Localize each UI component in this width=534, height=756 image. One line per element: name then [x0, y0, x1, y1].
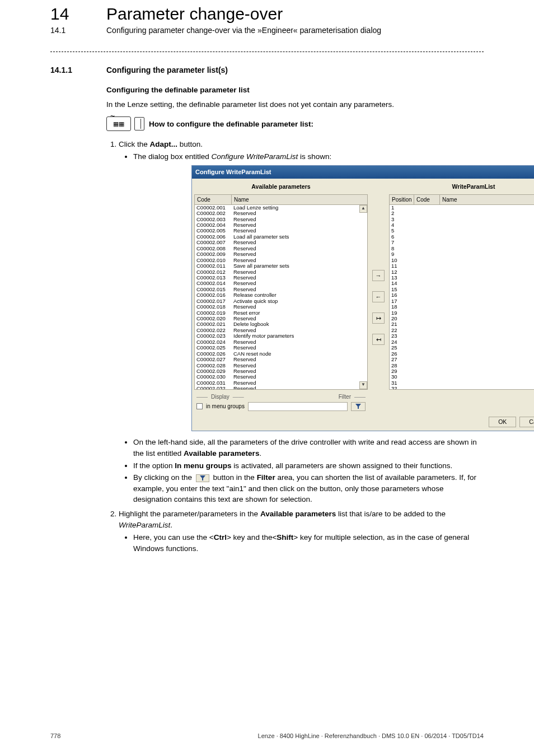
- table-row[interactable]: C00002.011Save all parameter sets: [195, 263, 367, 269]
- table-row[interactable]: C00002.018Reserved: [195, 304, 367, 310]
- table-row[interactable]: 12: [390, 269, 534, 275]
- subsection-number: 14.1: [50, 26, 106, 35]
- table-row[interactable]: 21: [390, 321, 534, 327]
- table-row[interactable]: 24: [390, 339, 534, 345]
- table-row[interactable]: 27: [390, 357, 534, 362]
- add-all-button[interactable]: ↦: [372, 312, 385, 324]
- table-row[interactable]: C00002.032Reserved: [195, 386, 367, 389]
- right-grid-header: Position Code Name: [389, 194, 534, 205]
- table-row[interactable]: 10: [390, 258, 534, 263]
- table-row[interactable]: 29: [390, 368, 534, 374]
- s2b1-prefix: Here, you can use the <: [133, 533, 214, 542]
- table-row[interactable]: 13: [390, 275, 534, 281]
- table-row[interactable]: 16: [390, 292, 534, 298]
- table-row[interactable]: 30: [390, 374, 534, 380]
- writeparamlist-header: WriteParamList: [389, 181, 534, 194]
- filter-icon: [196, 474, 209, 482]
- col-name-r[interactable]: Name: [440, 195, 534, 204]
- adapt-button-label: Adapt...: [150, 140, 178, 148]
- s1b1-suffix: is shown:: [298, 152, 331, 161]
- s2b1-mid: > key and the<: [227, 533, 277, 542]
- table-row[interactable]: 31: [390, 380, 534, 386]
- table-row[interactable]: C00002.027Reserved: [195, 357, 367, 362]
- filter-input[interactable]: [248, 402, 348, 411]
- table-row[interactable]: 22: [390, 328, 534, 333]
- table-row[interactable]: 17: [390, 298, 534, 304]
- table-row[interactable]: 6: [390, 234, 534, 240]
- s2-bold: Available parameters: [260, 510, 336, 518]
- cancel-button[interactable]: Cancel: [519, 417, 534, 428]
- col-code[interactable]: Code: [195, 195, 232, 204]
- s2-italic: WriteParamList: [119, 521, 170, 529]
- s1b3-suffix: is activated, all parameters are shown a…: [232, 461, 453, 470]
- table-row[interactable]: 15: [390, 287, 534, 292]
- manual-icon: [134, 117, 144, 130]
- filter-label: Filter: [339, 393, 351, 401]
- add-button[interactable]: →: [372, 270, 385, 281]
- step1-prefix: Click the: [119, 140, 150, 148]
- s2b1-k2: Shift: [277, 533, 293, 542]
- table-row[interactable]: 8: [390, 246, 534, 251]
- table-row[interactable]: 23: [390, 333, 534, 339]
- available-parameters-header: Available parameters: [194, 181, 368, 194]
- in-menu-groups-checkbox[interactable]: [196, 403, 203, 409]
- table-row[interactable]: 14: [390, 281, 534, 286]
- dialog-titlebar: Configure WriteParamList ✕: [192, 166, 534, 179]
- table-row[interactable]: C00002.002Reserved: [195, 211, 367, 216]
- section-title: Configuring the parameter list(s): [106, 66, 228, 74]
- s1b4-prefix: By clicking on the: [133, 473, 194, 482]
- remove-button[interactable]: ←: [372, 291, 385, 302]
- intro-heading: Configuring the definable parameter list: [106, 85, 484, 96]
- dialog-title-text: Configure WriteParamList: [195, 167, 271, 177]
- table-row[interactable]: 20: [390, 316, 534, 321]
- divider: [50, 52, 484, 52]
- table-row[interactable]: 1: [390, 205, 534, 211]
- s1b2-suffix: .: [259, 449, 261, 458]
- table-row[interactable]: 3: [390, 217, 534, 222]
- chapter-number: 14: [50, 4, 106, 24]
- subsection-title: Configuring parameter change-over via th…: [106, 26, 381, 35]
- step1-bullet1: The dialog box entitled Configure WriteP…: [133, 151, 484, 162]
- s1b3-prefix: If the option: [133, 461, 175, 470]
- footer-meta: Lenze · 8400 HighLine · Referenzhandbuch…: [258, 732, 484, 739]
- table-row[interactable]: 28: [390, 363, 534, 368]
- s1b2-bold: Available parameters: [184, 449, 259, 458]
- table-row[interactable]: 18: [390, 304, 534, 310]
- s2-prefix: Highlight the parameter/parameters in th…: [119, 510, 260, 518]
- col-code-r[interactable]: Code: [414, 195, 440, 204]
- remove-all-button[interactable]: ↤: [372, 334, 385, 345]
- table-row[interactable]: 4: [390, 222, 534, 228]
- table-row[interactable]: 11: [390, 263, 534, 269]
- scroll-up-button[interactable]: ▲: [359, 205, 367, 213]
- table-row[interactable]: 25: [390, 345, 534, 351]
- configure-writeparamlist-dialog: Configure WriteParamList ✕ Available par…: [191, 165, 534, 431]
- step1-bullet4: By clicking on the button in the Filter …: [133, 472, 484, 505]
- section-number: 14.1.1: [50, 66, 106, 74]
- col-position[interactable]: Position: [390, 195, 414, 204]
- scroll-down-button[interactable]: ▼: [359, 381, 367, 389]
- s2-suffix: .: [170, 521, 172, 529]
- filter-button[interactable]: [351, 402, 366, 411]
- table-row[interactable]: 9: [390, 251, 534, 257]
- available-parameters-grid[interactable]: ▲ ▼ C00002.001Load Lenze settingC00002.0…: [194, 205, 368, 390]
- display-label: Display: [211, 393, 229, 401]
- step-1: Click the Adapt... button. The dialog bo…: [119, 139, 484, 505]
- table-row[interactable]: 5: [390, 228, 534, 234]
- step1-suffix: button.: [177, 140, 203, 148]
- writeparamlist-grid[interactable]: 1234567891011121314151617181920212223242…: [389, 205, 534, 390]
- s1b4-bold: Filter: [257, 473, 275, 482]
- table-row[interactable]: 19: [390, 310, 534, 316]
- howto-label: How to configure the definable parameter…: [149, 120, 313, 128]
- table-row[interactable]: 32: [390, 386, 534, 389]
- step-2: Highlight the parameter/parameters in th…: [119, 508, 484, 554]
- col-name[interactable]: Name: [232, 195, 367, 204]
- s1b1-prefix: The dialog box entitled: [133, 152, 212, 161]
- table-row[interactable]: 7: [390, 240, 534, 245]
- ok-button[interactable]: OK: [489, 417, 516, 428]
- chapter-title: Parameter change-over: [106, 4, 283, 24]
- table-row[interactable]: 2: [390, 211, 534, 216]
- keyboard-icon: ▦▦: [106, 116, 131, 131]
- left-grid-header: Code Name: [194, 194, 368, 205]
- table-row[interactable]: 26: [390, 351, 534, 357]
- step1-bullet2: On the left-hand side, all the parameter…: [133, 437, 484, 459]
